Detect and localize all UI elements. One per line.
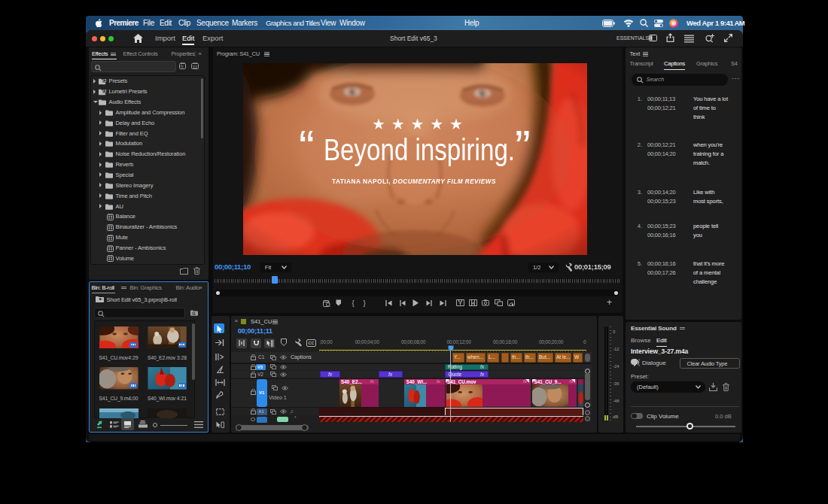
svg-text:”: ” bbox=[515, 120, 531, 172]
svg-text:Beyond inspiring.: Beyond inspiring. bbox=[324, 132, 515, 167]
svg-text:fx: fx bbox=[180, 64, 184, 68]
svg-text:TATIANA NAPOLI,: TATIANA NAPOLI, bbox=[332, 178, 391, 185]
svg-text:32: 32 bbox=[192, 65, 197, 69]
svg-text:“: “ bbox=[299, 120, 315, 172]
svg-text:DOCUMENTARY FILM REVIEWS: DOCUMENTARY FILM REVIEWS bbox=[393, 178, 496, 185]
